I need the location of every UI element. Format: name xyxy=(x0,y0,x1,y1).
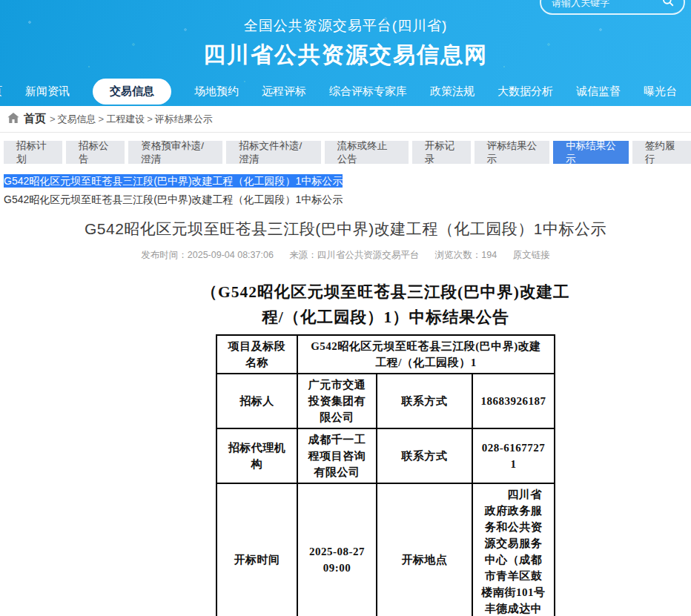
tab-award-results[interactable]: 中标结果公示 xyxy=(553,141,629,164)
table-row: 招标代理机构 成都千一工程项目咨询有限公司 联系方式 028-61677271 xyxy=(216,428,555,483)
view-count: 浏览次数：194 xyxy=(435,250,497,260)
main-nav: 首页 新闻资讯 交易信息 场地预约 远程评标 综合评标专家库 政策法规 大数据分… xyxy=(0,76,691,106)
breadcrumb-separator: > xyxy=(99,113,105,125)
cell-opening-place-label: 开标地点 xyxy=(377,483,472,616)
source: 来源：四川省公共资源交易平台 xyxy=(289,250,419,260)
cell-contact2-label: 联系方式 xyxy=(377,428,472,483)
award-result-table: 项目及标段名称 G542昭化区元坝至旺苍县三江段(巴中界)改建工程/（化工园段）… xyxy=(216,334,555,616)
breadcrumb: 首页 > 交易信息 > 工程建设 > 评标结果公示 xyxy=(0,106,691,133)
nav-item-venue-booking[interactable]: 场地预约 xyxy=(194,85,239,99)
announcement-article: （G542昭化区元坝至旺苍县三江段(巴中界)改建工程/（化工园段）1）中标结果公… xyxy=(193,279,578,616)
breadcrumb-evaluation-results[interactable]: 评标结果公示 xyxy=(155,113,213,126)
breadcrumb-separator: > xyxy=(50,113,56,125)
nav-item-home[interactable]: 首页 xyxy=(0,85,2,99)
tab-evaluation-results[interactable]: 评标结果公示 xyxy=(475,141,550,164)
cell-agency-value: 成都千一工程项目咨询有限公司 xyxy=(297,428,377,483)
tab-bid-doc-addendum[interactable]: 招标文件补遗/澄清 xyxy=(226,141,320,164)
tab-bid-opening-record[interactable]: 开标记录 xyxy=(412,141,471,164)
nav-item-exposure[interactable]: 曝光台 xyxy=(644,85,677,99)
breadcrumb-engineering[interactable]: 工程建设 xyxy=(106,113,145,126)
nav-item-trade-info[interactable]: 交易信息 xyxy=(93,79,171,105)
tab-contract-performance[interactable]: 签约履行 xyxy=(632,141,691,164)
publish-time: 发布时间：2025-09-04 08:37:06 xyxy=(141,250,274,260)
nav-item-expert-pool[interactable]: 综合评标专家库 xyxy=(329,85,407,99)
selected-link-text[interactable]: G542昭化区元坝至旺苍县三江段(巴中界)改建工程（化工园段）1中标公示 xyxy=(4,174,343,188)
tab-bid-plan[interactable]: 招标计划 xyxy=(4,141,62,164)
cell-opening-time-label: 开标时间 xyxy=(216,483,297,616)
cell-project-label: 项目及标段名称 xyxy=(216,335,297,374)
page-title: G542昭化区元坝至旺苍县三江段(巴中界)改建工程（化工园段）1中标公示 xyxy=(0,219,691,239)
home-icon[interactable] xyxy=(7,113,19,125)
nav-item-policy[interactable]: 政策法规 xyxy=(430,85,475,99)
site-title: 四川省公共资源交易信息网 xyxy=(0,40,691,70)
cell-tenderer-label: 招标人 xyxy=(216,374,297,428)
table-row: 项目及标段名称 G542昭化区元坝至旺苍县三江段(巴中界)改建工程/（化工园段）… xyxy=(216,335,555,374)
cell-tenderer-value: 广元市交通投资集团有限公司 xyxy=(297,374,377,428)
tab-prequalification-addendum[interactable]: 资格预审补遗/澄清 xyxy=(128,141,222,164)
cell-contact-label: 联系方式 xyxy=(377,374,472,428)
platform-title: 全国公共资源交易平台(四川省) xyxy=(0,16,691,36)
cell-opening-place-value: 四川省政府政务服务和公共资源交易服务中心（成都市青羊区鼓楼南街101号丰德成达中… xyxy=(472,483,555,616)
nav-item-remote-evaluation[interactable]: 远程评标 xyxy=(262,85,306,99)
cell-project-value: G542昭化区元坝至旺苍县三江段(巴中界)改建工程/（化工园段）1 xyxy=(297,335,555,374)
breadcrumb-separator: > xyxy=(147,113,153,125)
table-row: 招标人 广元市交通投资集团有限公司 联系方式 18683926187 xyxy=(216,374,555,428)
cell-contact-value: 18683926187 xyxy=(472,374,555,428)
result-list: G542昭化区元坝至旺苍县三江段(巴中界)改建工程（化工园段）1中标公示 G54… xyxy=(4,175,691,206)
nav-item-big-data[interactable]: 大数据分析 xyxy=(497,85,553,99)
list-item-selected[interactable]: G542昭化区元坝至旺苍县三江段(巴中界)改建工程（化工园段）1中标公示 xyxy=(4,175,691,188)
list-item[interactable]: G542昭化区元坝至旺苍县三江段(巴中界)改建工程（化工园段）1中标公示 xyxy=(4,193,691,206)
nav-item-news[interactable]: 新闻资讯 xyxy=(25,85,70,99)
cell-opening-time-value: 2025-08-27 09:00 xyxy=(297,483,377,616)
tab-bid-announcement[interactable]: 招标公告 xyxy=(66,141,125,164)
detail-meta: 发布时间：2025-09-04 08:37:06 来源：四川省公共资源交易平台 … xyxy=(0,249,691,262)
header-titles: 全国公共资源交易平台(四川省) 四川省公共资源交易信息网 xyxy=(0,0,691,70)
breadcrumb-home[interactable]: 首页 xyxy=(24,112,46,126)
cell-contact2-value: 028-61677271 xyxy=(472,428,555,483)
site-header: 全国公共资源交易平台(四川省) 四川省公共资源交易信息网 首页 新闻资讯 交易信… xyxy=(0,0,691,106)
page: 全国公共资源交易平台(四川省) 四川省公共资源交易信息网 首页 新闻资讯 交易信… xyxy=(0,0,691,616)
category-tabs: 招标计划 招标公告 资格预审补遗/澄清 招标文件补遗/澄清 流标或终止公告 开标… xyxy=(4,141,691,164)
announcement-title: （G542昭化区元坝至旺苍县三江段(巴中界)改建工程/（化工园段）1）中标结果公… xyxy=(193,279,578,330)
nav-item-integrity[interactable]: 诚信监督 xyxy=(576,85,621,99)
tab-failed-terminated[interactable]: 流标或终止公告 xyxy=(325,141,409,164)
breadcrumb-trade-info[interactable]: 交易信息 xyxy=(58,113,96,126)
table-row: 开标时间 2025-08-27 09:00 开标地点 四川省政府政务服务和公共资… xyxy=(216,483,555,616)
origin-link[interactable]: 原文链接 xyxy=(513,250,550,260)
cell-agency-label: 招标代理机构 xyxy=(216,428,297,483)
